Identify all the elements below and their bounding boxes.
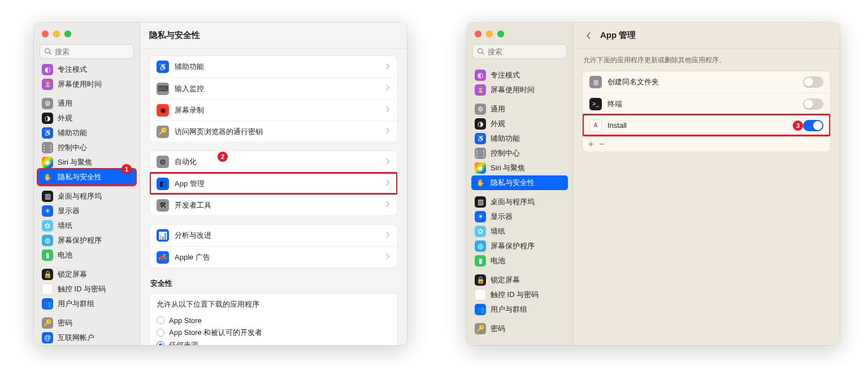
settings-row[interactable]: 📊分析与改进: [150, 225, 397, 246]
sidebar-item[interactable]: ◉触控 ID 与密码: [471, 287, 568, 302]
back-button[interactable]: [582, 29, 594, 42]
sidebar-item[interactable]: ✿墙纸: [471, 224, 568, 239]
sidebar-item[interactable]: ✋隐私与安全性1: [38, 170, 135, 184]
minimize-icon[interactable]: [53, 31, 60, 37]
app-label: 终端: [607, 99, 797, 109]
sidebar-icon: ☀: [42, 205, 53, 217]
settings-row[interactable]: 📣Apple 广告: [150, 246, 397, 268]
sidebar-icon: ♿: [42, 127, 53, 139]
chevron-right-icon: [386, 253, 390, 261]
add-button[interactable]: +: [588, 139, 593, 149]
sidebar-item[interactable]: ♿辅助功能: [38, 126, 135, 140]
sidebar-item[interactable]: ◍屏幕保护程序: [38, 233, 135, 248]
row-icon: ⚙: [157, 156, 169, 168]
sidebar-icon: ♿: [475, 133, 486, 144]
sidebar-item[interactable]: ▥桌面与程序坞: [471, 195, 568, 209]
sidebar-item[interactable]: ▮电池: [471, 253, 568, 268]
sidebar-item[interactable]: ◍屏幕保护程序: [471, 239, 568, 253]
sidebar-item[interactable]: 🔑密码: [471, 321, 568, 336]
sidebar-icon: 👥: [475, 304, 486, 315]
close-icon[interactable]: [42, 31, 49, 37]
sidebar-item[interactable]: ◐专注模式: [38, 63, 135, 77]
radio-button[interactable]: [157, 341, 164, 345]
content-scroll[interactable]: ♿辅助功能⌨输入监控◉屏幕录制🔑访问网页浏览器的通行密钥⚙自动化◧App 管理2…: [140, 49, 407, 345]
sidebar-item-label: 桌面与程序坞: [491, 197, 535, 207]
radio-option[interactable]: 任何来源: [157, 339, 390, 345]
sidebar-item[interactable]: ♿辅助功能: [471, 131, 568, 146]
chevron-right-icon: [386, 179, 390, 188]
sidebar-item[interactable]: ☀显示器: [38, 204, 135, 218]
settings-row[interactable]: ◧App 管理2: [150, 173, 397, 194]
sidebar-item[interactable]: 🔑密码: [38, 316, 135, 330]
radio-option[interactable]: App Store: [157, 314, 390, 326]
settings-row[interactable]: ♿辅助功能: [150, 56, 397, 78]
sidebar-item[interactable]: ⏳屏幕使用时间: [471, 83, 568, 97]
sidebar-item[interactable]: ◉Siri 与聚焦: [38, 155, 135, 170]
allow-downloads-group: 允许从以下位置下载的应用程序App StoreApp Store 和被认可的开发…: [149, 293, 398, 345]
remove-button[interactable]: −: [599, 139, 604, 149]
radio-button[interactable]: [157, 316, 164, 324]
close-icon[interactable]: [475, 31, 481, 37]
sidebar-item-label: 通用: [58, 98, 72, 109]
sidebar-item[interactable]: 👥用户与群组: [471, 302, 568, 317]
sidebar-item[interactable]: ◉Siri 与聚焦: [471, 161, 568, 175]
search-input[interactable]: [40, 44, 134, 59]
annotation-badge: 1: [121, 164, 132, 174]
permission-toggle[interactable]: [803, 98, 823, 110]
settings-row[interactable]: 🔑访问网页浏览器的通行密钥: [150, 121, 397, 142]
app-icon: A: [589, 119, 602, 132]
search-field[interactable]: [40, 44, 134, 59]
radio-button[interactable]: [157, 329, 164, 337]
sidebar-icon: 🔒: [42, 269, 53, 280]
sidebar-item[interactable]: ⏳屏幕使用时间: [38, 77, 135, 92]
sidebar-icon: ▥: [42, 191, 53, 202]
app-row: ▥创建同名文件夹: [583, 71, 830, 93]
sidebar-icon: ✋: [475, 177, 486, 188]
content-scroll[interactable]: 允许下面的应用程序更新或删除其他应用程序。▥创建同名文件夹>_终端AInstal…: [573, 49, 840, 345]
sidebar-item[interactable]: ◑外观: [38, 111, 135, 126]
sidebar-item-label: 外观: [491, 119, 505, 129]
sidebar-item[interactable]: ◑外观: [471, 117, 568, 131]
zoom-icon[interactable]: [64, 31, 71, 37]
sidebar-item[interactable]: 👥用户与群组: [38, 296, 135, 311]
sidebar-icon: ◉: [475, 162, 486, 174]
titlebar: 隐私与安全性: [140, 23, 407, 49]
sidebar-list: ◐专注模式⏳屏幕使用时间⚙通用◑外观♿辅助功能⋮⋮控制中心◉Siri 与聚焦✋隐…: [467, 63, 572, 345]
row-label: Apple 广告: [175, 252, 380, 263]
sidebar-item[interactable]: ⋮⋮控制中心: [38, 140, 135, 155]
sidebar-item[interactable]: ✋隐私与安全性: [471, 175, 568, 190]
zoom-icon[interactable]: [497, 31, 504, 37]
sidebar-item[interactable]: ◉触控 ID 与密码: [38, 282, 135, 296]
search-input[interactable]: [472, 44, 567, 59]
sidebar-icon: ☀: [475, 211, 486, 222]
permission-toggle[interactable]: [803, 120, 823, 131]
sidebar-item[interactable]: ☀显示器: [471, 209, 568, 224]
permission-toggle[interactable]: [803, 76, 823, 88]
sidebar-item[interactable]: ◐专注模式: [471, 68, 568, 83]
settings-row[interactable]: 🛠开发者工具: [150, 194, 397, 216]
sidebar-item[interactable]: ▥桌面与程序坞: [38, 189, 135, 204]
sidebar-item[interactable]: 🔒锁定屏幕: [471, 273, 568, 287]
radio-option[interactable]: App Store 和被认可的开发者: [157, 326, 390, 339]
content-pane: App 管理 允许下面的应用程序更新或删除其他应用程序。▥创建同名文件夹>_终端…: [573, 23, 840, 345]
sidebar-item-label: 桌面与程序坞: [58, 191, 102, 201]
settings-row[interactable]: ⚙自动化: [150, 151, 397, 173]
sidebar-item[interactable]: @互联网帐户: [38, 330, 135, 345]
minimize-icon[interactable]: [486, 31, 493, 37]
sidebar-item-label: 显示器: [491, 212, 513, 222]
sidebar-item[interactable]: 🔒锁定屏幕: [38, 267, 135, 282]
radio-label: App Store: [169, 316, 202, 325]
sidebar-item[interactable]: ⚙通用: [38, 96, 135, 111]
row-label: 输入监控: [175, 84, 380, 94]
sidebar-item[interactable]: ▮电池: [38, 248, 135, 263]
row-icon: 🛠: [157, 199, 169, 212]
search-field[interactable]: [472, 44, 567, 59]
row-icon: ⌨: [157, 83, 169, 95]
sidebar-item[interactable]: ⚙通用: [471, 102, 568, 117]
row-icon: ♿: [157, 61, 169, 73]
sidebar-item[interactable]: ⋮⋮控制中心: [471, 146, 568, 161]
settings-row[interactable]: ⌨输入监控: [150, 78, 397, 99]
sidebar-item[interactable]: ✿墙纸: [38, 218, 135, 233]
settings-row[interactable]: ◉屏幕录制: [150, 99, 397, 121]
sidebar-icon: ◑: [475, 118, 486, 130]
